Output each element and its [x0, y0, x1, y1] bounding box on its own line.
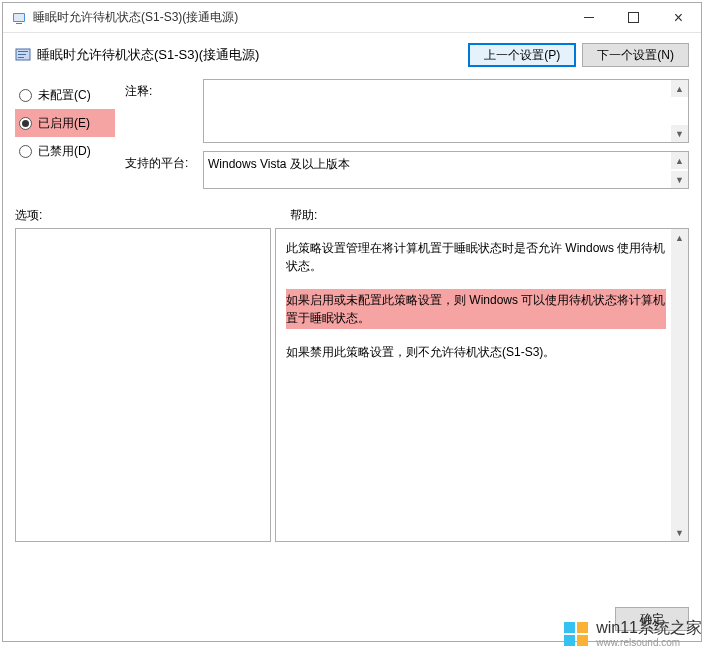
scrollbar[interactable]: ▲ ▼: [671, 152, 688, 188]
window-controls: ×: [566, 3, 701, 32]
policy-title: 睡眠时允许待机状态(S1-S3)(接通电源): [37, 46, 468, 64]
app-icon: [11, 10, 27, 26]
dialog-footer: 确定: [615, 607, 689, 631]
help-content: 此策略设置管理在将计算机置于睡眠状态时是否允许 Windows 使用待机状态。 …: [276, 229, 688, 385]
radio-not-configured[interactable]: 未配置(C): [15, 81, 115, 109]
radio-label: 未配置(C): [38, 87, 91, 104]
svg-rect-5: [18, 54, 26, 55]
scroll-down-icon: ▼: [671, 171, 688, 188]
radio-label: 已启用(E): [38, 115, 90, 132]
policy-editor-window: 睡眠时允许待机状态(S1-S3)(接通电源) × 睡眠时允许待机状态(S1-S3…: [2, 2, 702, 642]
platform-textarea[interactable]: Windows Vista 及以上版本 ▲ ▼: [203, 151, 689, 189]
radio-enabled[interactable]: 已启用(E): [15, 109, 115, 137]
previous-setting-button[interactable]: 上一个设置(P): [468, 43, 576, 67]
maximize-button[interactable]: [611, 3, 656, 32]
scrollbar[interactable]: ▲ ▼: [671, 229, 688, 541]
scroll-down-icon: ▼: [671, 524, 688, 541]
scroll-up-icon: ▲: [671, 229, 688, 246]
ok-button[interactable]: 确定: [615, 607, 689, 631]
radio-group: 未配置(C) 已启用(E) 已禁用(D): [15, 79, 115, 189]
window-title: 睡眠时允许待机状态(S1-S3)(接通电源): [33, 9, 566, 26]
config-row: 未配置(C) 已启用(E) 已禁用(D) 注释: ▲ ▼: [3, 73, 701, 191]
help-text-highlighted: 如果启用或未配置此策略设置，则 Windows 可以使用待机状态将计算机置于睡眠…: [286, 289, 666, 329]
comment-label: 注释:: [125, 79, 195, 100]
svg-rect-2: [16, 23, 22, 24]
scrollbar[interactable]: ▲ ▼: [671, 80, 688, 142]
policy-icon: [15, 47, 31, 63]
svg-rect-1: [14, 14, 24, 21]
help-text: 此策略设置管理在将计算机置于睡眠状态时是否允许 Windows 使用待机状态。: [286, 239, 666, 275]
section-labels: 选项: 帮助:: [3, 191, 701, 228]
close-button[interactable]: ×: [656, 3, 701, 32]
scroll-down-icon: ▼: [671, 125, 688, 142]
scroll-up-icon: ▲: [671, 152, 688, 169]
nav-buttons: 上一个设置(P) 下一个设置(N): [468, 43, 689, 67]
comment-textarea[interactable]: ▲ ▼: [203, 79, 689, 143]
svg-rect-4: [18, 51, 28, 52]
help-text: 如果禁用此策略设置，则不允许待机状态(S1-S3)。: [286, 343, 666, 361]
scroll-up-icon: ▲: [671, 80, 688, 97]
minimize-button[interactable]: [566, 3, 611, 32]
radio-disabled[interactable]: 已禁用(D): [15, 137, 115, 165]
subheader: 睡眠时允许待机状态(S1-S3)(接通电源) 上一个设置(P) 下一个设置(N): [3, 33, 701, 73]
radio-icon: [19, 117, 32, 130]
next-setting-button[interactable]: 下一个设置(N): [582, 43, 689, 67]
radio-icon: [19, 145, 32, 158]
titlebar: 睡眠时允许待机状态(S1-S3)(接通电源) ×: [3, 3, 701, 33]
panels: 此策略设置管理在将计算机置于睡眠状态时是否允许 Windows 使用待机状态。 …: [3, 228, 701, 542]
radio-label: 已禁用(D): [38, 143, 91, 160]
help-panel[interactable]: 此策略设置管理在将计算机置于睡眠状态时是否允许 Windows 使用待机状态。 …: [275, 228, 689, 542]
svg-rect-6: [18, 57, 24, 58]
radio-icon: [19, 89, 32, 102]
help-label: 帮助:: [290, 207, 317, 224]
options-panel[interactable]: [15, 228, 271, 542]
platform-label: 支持的平台:: [125, 151, 195, 172]
options-label: 选项:: [15, 207, 290, 224]
